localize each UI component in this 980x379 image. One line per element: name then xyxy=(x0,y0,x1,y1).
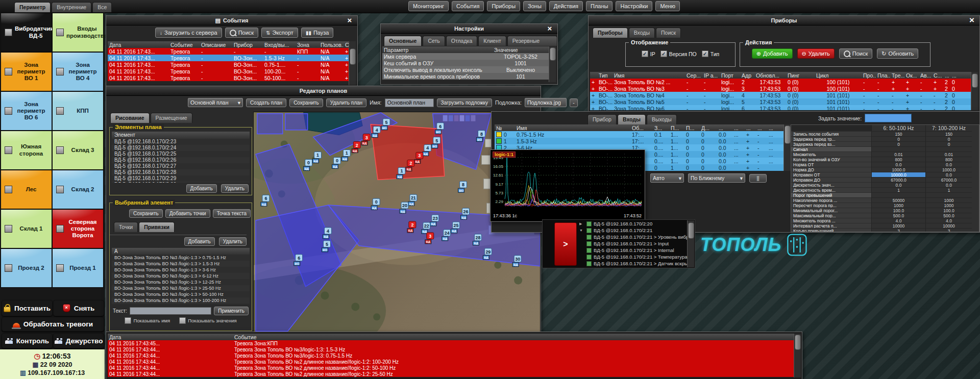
binding-item[interactable]: ВО-Зона Зона Тополь ВО №3 /logic-1:3 > 1… xyxy=(112,279,250,285)
settings-tab-Клиент[interactable]: Клиент xyxy=(478,36,506,46)
input-row[interactable]: 11.5-3 Hz17:...0....1...000.0...+-... xyxy=(495,138,783,144)
expand-icon[interactable]: ▶ xyxy=(579,222,584,226)
param-value-2[interactable]: 500.0 xyxy=(925,213,972,218)
param-row[interactable]: Задержка перед вз...00 xyxy=(791,142,979,147)
param-value-1[interactable]: 0.0 xyxy=(871,183,925,188)
process-alarms-button[interactable]: Обработать тревоги xyxy=(2,317,104,332)
log-row[interactable]: 04 11 2016 17:43:44...Тревога Зона Топол… xyxy=(108,359,794,365)
log-scrollbar[interactable] xyxy=(794,334,801,377)
param-value-2[interactable]: 0.01 xyxy=(925,152,972,157)
menu-Настройки[interactable]: Настройки xyxy=(616,1,652,11)
log-row[interactable]: 04 11 2016 17:43:45...Тревога Зона:КПП xyxy=(108,340,794,346)
plan-element-item[interactable]: ВД-5 @192.168.0.170/2:24 xyxy=(112,145,250,151)
param-value-2[interactable]: 0.0 xyxy=(925,183,972,188)
zone-tile[interactable]: Северная сторона Ворота xyxy=(52,209,104,248)
plan-element-item[interactable]: ВД-5 @192.168.0.170/2:26 xyxy=(112,157,250,163)
log-row[interactable]: 04 11 2016 17:43:44...Тревога Зона Топол… xyxy=(108,365,794,371)
param-row[interactable]: Сигнал xyxy=(791,147,979,152)
plan-tab-Размещение[interactable]: Размещение xyxy=(151,113,192,123)
param-value-1[interactable]: 4.0 xyxy=(871,218,925,223)
param-row[interactable]: Максимальный пор...500.0500.0 xyxy=(791,213,979,218)
param-value-1[interactable]: 10000 xyxy=(871,223,925,229)
settings-scrollbar[interactable] xyxy=(549,46,556,82)
menu-Зоны[interactable]: Зоны xyxy=(523,1,546,11)
armed-zone-polygon[interactable] xyxy=(257,114,283,134)
binding-item[interactable]: ВО-Зона Зона Тополь ВО №3 /logic-1:3 > 1… xyxy=(112,261,250,267)
param-value-2[interactable]: 1 xyxy=(925,188,972,193)
Поиск-button[interactable]: Поиск xyxy=(839,48,872,59)
tile-checkbox[interactable] xyxy=(56,68,64,75)
param-row[interactable]: Накопление порога ...500001000 xyxy=(791,198,979,203)
Загрузить с сервера-button[interactable]: ↓Загрузить с сервера xyxy=(155,28,222,38)
text-input[interactable] xyxy=(130,307,211,315)
settings-header-row[interactable]: ПараметрЗначение xyxy=(382,46,549,53)
param-value-1[interactable]: 0.0 xyxy=(871,162,925,167)
settings-tab-Отладка[interactable]: Отладка xyxy=(446,36,478,46)
checkbox-box[interactable] xyxy=(125,317,131,324)
detail-tab-Выходы[interactable]: Выходы xyxy=(647,114,677,124)
param-value-1[interactable]: 100.0 xyxy=(871,208,925,213)
param-row[interactable]: Норма ОТ0.00.0 xyxy=(791,162,979,167)
expand-icon[interactable]: ▼ xyxy=(579,229,584,232)
pause-button[interactable]: || xyxy=(749,174,767,183)
param-value-2[interactable] xyxy=(925,193,972,198)
Пауза-button[interactable]: ▮▮Пауза xyxy=(301,28,334,38)
display-checkbox-Тип[interactable]: ✓Тип xyxy=(702,50,720,57)
tree-item[interactable]: ▼ВД-5 @192.168.0.170/2:21 xyxy=(579,227,688,234)
binding-item[interactable]: ВО-Зона Зона Тополь ВО №3 /logic-1:3 > 6… xyxy=(112,273,250,279)
param-row[interactable]: Задержка перед тр...00 xyxy=(791,137,979,142)
plan-element-item[interactable]: ВД-5 @192.168.0.170/2:27 xyxy=(112,163,250,169)
param-value-1[interactable]: 800 xyxy=(871,157,925,162)
checkbox-box[interactable]: ✓ xyxy=(660,50,667,57)
binding-delete-button[interactable]: Удалить xyxy=(219,237,247,246)
tree-item[interactable]: ВД-5 @192.168.0.170/2:21 > Температура xyxy=(579,254,688,260)
element-add-button[interactable]: Добавить xyxy=(186,184,217,193)
mode-select[interactable]: Авто▾ xyxy=(650,173,684,183)
binding-item[interactable]: ВО-Зона Зона Тополь ВО №3 /logic-1:3 > 3… xyxy=(112,267,250,273)
param-value-1[interactable] xyxy=(871,147,925,152)
tile-checkbox[interactable] xyxy=(5,225,12,233)
tree-item[interactable]: ▶ВД-5 @192.168.0.170/2:20 xyxy=(579,220,688,227)
devices-tab-Приборы[interactable]: Приборы xyxy=(593,28,628,38)
alarm-zone-polygon[interactable] xyxy=(371,124,444,180)
checkbox-Показывать имя[interactable]: Показывать имя xyxy=(125,317,170,324)
tile-checkbox[interactable] xyxy=(5,146,12,154)
checkbox-box[interactable]: ✓ xyxy=(702,50,708,57)
param-row[interactable]: Минимальный порог...100.0100.0 xyxy=(791,208,979,213)
tree-item[interactable]: ВД-5 @192.168.0.170/2:21 > Датчик вскры.… xyxy=(579,260,688,267)
tree-scrollbar[interactable] xyxy=(687,220,694,267)
zone-tile[interactable]: Проезд 1 xyxy=(52,248,104,288)
control-button[interactable]: Контроль xyxy=(2,333,53,348)
param-value-2[interactable]: 0.0 xyxy=(925,162,972,167)
param-value-1[interactable]: 1 xyxy=(871,188,925,193)
tree-item[interactable]: ВД-5 @192.168.0.170/2:21 > Input xyxy=(579,240,688,247)
zone-tile[interactable]: Склад 1 xyxy=(1,209,52,248)
param-row[interactable]: Исправен ДО67000.067000.0 xyxy=(791,178,979,183)
close-icon[interactable]: × xyxy=(545,24,554,33)
devices-tab-Входы[interactable]: Входы xyxy=(629,28,655,38)
param-row[interactable]: Кол-во превышений...33 xyxy=(791,229,979,232)
devices-header-row[interactable]: ТипИмяСер...IP а...ПортАдрОбновл...ПингЦ… xyxy=(590,72,971,79)
zone-tile[interactable]: Входы производство xyxy=(52,13,104,52)
zone-tile[interactable]: Зона периметр ВО 6 xyxy=(1,91,52,131)
Точка текста-button[interactable]: Точка текста xyxy=(213,209,251,218)
param-value-1[interactable]: 1000 xyxy=(871,203,925,208)
plan-element-item[interactable]: ВД-5 @192.168.0.170/2:29 xyxy=(112,175,250,182)
param-row[interactable]: Множитель порога ...4.04.0 xyxy=(791,218,979,223)
param-value-2[interactable]: 0.0 xyxy=(925,172,972,178)
param-row[interactable]: Интервал расчета п...1000010000 xyxy=(791,223,979,229)
set-value-input[interactable] xyxy=(865,114,912,122)
settings-titlebar[interactable]: Настройки × xyxy=(381,24,557,34)
device-row[interactable]: +ВО-...Зона Тополь ВО №4--logi...417:43:… xyxy=(590,92,971,98)
Удалить-button[interactable]: ⊖Удалить xyxy=(797,48,835,59)
close-icon[interactable]: × xyxy=(345,16,354,24)
param-row[interactable]: Запись после события150150 xyxy=(791,132,979,137)
zone-tile[interactable]: Южная сторона xyxy=(1,131,52,170)
param-value-2[interactable]: 67000.0 xyxy=(925,178,972,183)
param-value-2[interactable]: 1000.0 xyxy=(925,167,972,172)
tile-checkbox[interactable] xyxy=(5,264,12,272)
menu-Планы[interactable]: Планы xyxy=(586,1,612,11)
plan-element-item[interactable]: ВД-5 @192.168.0.170/2:23 xyxy=(112,139,250,145)
tile-checkbox[interactable] xyxy=(5,68,12,75)
event-row[interactable]: 04 11 2016 17:43...Тревога-ВО-Зон...50-1… xyxy=(108,74,349,81)
